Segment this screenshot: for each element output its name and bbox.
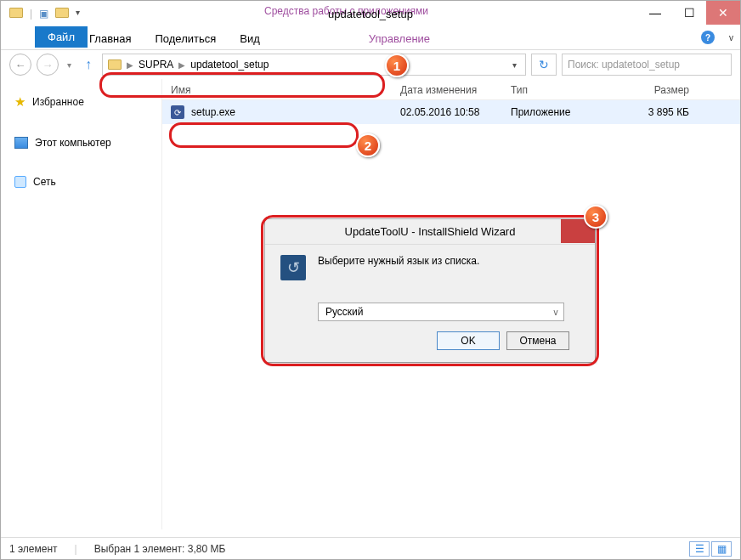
view-details-button[interactable]: ☰ <box>689 541 710 557</box>
tab-share[interactable]: Поделиться <box>151 28 219 49</box>
sidebar: ★ Избранное Этот компьютер Сеть <box>1 79 162 529</box>
col-date-header[interactable]: Дата изменения <box>400 84 511 96</box>
star-icon: ★ <box>14 94 25 110</box>
maximize-button[interactable]: ☐ <box>672 1 706 25</box>
nav-forward-button[interactable]: → <box>37 54 59 76</box>
file-date: 02.05.2016 10:58 <box>400 106 511 118</box>
breadcrumb-parent[interactable]: SUPRA <box>139 59 173 71</box>
status-count: 1 элемент <box>9 543 58 555</box>
file-type: Приложение <box>511 106 613 118</box>
tab-file[interactable]: Файл <box>35 26 88 48</box>
network-icon <box>14 176 26 188</box>
tab-manage[interactable]: Управление <box>365 28 433 49</box>
tab-home[interactable]: Главная <box>86 28 134 49</box>
sidebar-item-label: Этот компьютер <box>35 137 111 149</box>
qat-dropdown-icon[interactable]: ▾ <box>76 8 80 20</box>
status-bar: 1 элемент | Выбран 1 элемент: 3,80 МБ ☰ … <box>1 537 740 559</box>
installshield-dialog: UpdateToolU - InstallShield Wizard ↺ Выб… <box>264 218 596 363</box>
nav-bar: ← → ▾ ↑ ▶ SUPRA ▶ updatetool_setup ▾ ↻ П… <box>1 50 740 79</box>
sidebar-item-favorites[interactable]: ★ Избранное <box>1 89 161 115</box>
window-title: updatetool_setup <box>328 8 413 20</box>
status-selection: Выбран 1 элемент: 3,80 МБ <box>94 543 226 555</box>
sidebar-item-label: Избранное <box>32 96 84 108</box>
col-type-header[interactable]: Тип <box>511 84 613 96</box>
sidebar-item-network[interactable]: Сеть <box>1 171 161 193</box>
app-icon <box>9 8 23 18</box>
address-dropdown-icon[interactable]: ▾ <box>509 60 520 70</box>
help-icon[interactable]: ? <box>701 31 715 44</box>
column-headers: Имя Дата изменения Тип Размер <box>162 79 740 100</box>
dialog-message: Выберите нужный язык из списка. <box>318 255 479 280</box>
file-size: 3 895 КБ <box>613 106 706 118</box>
cancel-button[interactable]: Отмена <box>506 331 569 350</box>
exe-icon: ⟳ <box>171 105 184 119</box>
minimize-button[interactable]: — <box>638 1 672 25</box>
dialog-title: UpdateToolU - InstallShield Wizard <box>345 225 516 238</box>
installshield-icon: ↺ <box>280 255 306 280</box>
nav-up-button[interactable]: ↑ <box>80 57 97 72</box>
nav-back-button[interactable]: ← <box>9 54 31 76</box>
language-select[interactable]: Русский <box>318 303 564 321</box>
tab-view[interactable]: Вид <box>236 28 263 49</box>
file-row[interactable]: ⟳ setup.exe 02.05.2016 10:58 Приложение … <box>162 100 740 124</box>
col-name-header[interactable]: Имя <box>171 84 400 96</box>
sidebar-item-label: Сеть <box>33 176 56 188</box>
breadcrumb-sep-icon: ▶ <box>127 60 133 70</box>
pc-icon <box>14 137 28 149</box>
qat-new-folder-icon[interactable] <box>55 8 69 20</box>
language-value: Русский <box>325 306 364 318</box>
breadcrumb-sep-icon: ▶ <box>178 60 185 70</box>
search-input[interactable]: Поиск: updatetool_setup <box>562 54 732 76</box>
breadcrumb-current[interactable]: updatetool_setup <box>190 59 269 71</box>
nav-history-dropdown[interactable]: ▾ <box>67 60 71 70</box>
search-placeholder: Поиск: updatetool_setup <box>568 59 680 71</box>
window-titlebar: | ▣ ▾ Средства работы с приложениями upd… <box>1 1 740 26</box>
col-size-header[interactable]: Размер <box>613 84 706 96</box>
view-icons-button[interactable]: ▦ <box>711 541 732 557</box>
ok-button[interactable]: OK <box>437 331 500 350</box>
ribbon-expand-icon[interactable]: v <box>729 33 733 42</box>
dialog-titlebar[interactable]: UpdateToolU - InstallShield Wizard <box>265 219 595 245</box>
qat-separator: | <box>30 8 32 20</box>
qat-properties-icon[interactable]: ▣ <box>39 8 48 20</box>
file-name: setup.exe <box>191 106 235 118</box>
dialog-close-button[interactable] <box>561 219 595 243</box>
refresh-button[interactable]: ↻ <box>531 54 557 76</box>
sidebar-item-this-pc[interactable]: Этот компьютер <box>1 132 161 154</box>
address-bar[interactable]: ▶ SUPRA ▶ updatetool_setup ▾ <box>102 54 526 76</box>
ribbon-tabs: Файл Главная Поделиться Вид Управление ?… <box>1 26 740 50</box>
close-button[interactable]: ✕ <box>706 1 740 25</box>
address-folder-icon <box>108 59 122 70</box>
